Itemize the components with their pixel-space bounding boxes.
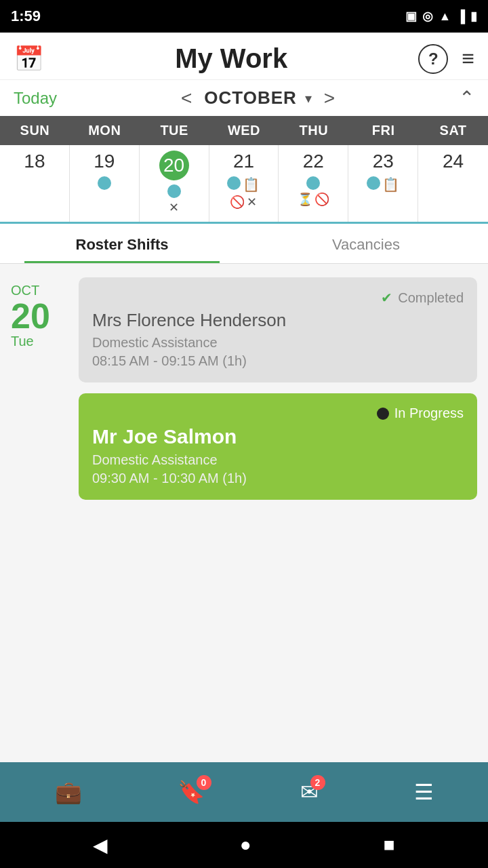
month-label: OCTOBER [204, 87, 297, 108]
collapse-calendar-button[interactable]: ⌃ [459, 87, 474, 109]
checkmark-icon: ✔ [381, 290, 392, 306]
block-icon: 🚫 [314, 192, 329, 207]
calendar-day-24[interactable]: 24 [418, 145, 488, 222]
bottom-navigation: 💼 🔖 0 ✉ 2 ☰ [0, 762, 488, 822]
status-bar-right: ▣ ◎ ▲ ▐ ▮ [405, 9, 477, 24]
shift-time-range-1: 09:30 AM - 10:30 AM (1h) [92, 471, 464, 486]
shift-service-type-1: Domestic Assistance [92, 452, 464, 468]
calendar-day-22[interactable]: 22 ⏳ 🚫 [279, 145, 348, 222]
day-number-22: 22 [303, 151, 324, 172]
day-number-24: 24 [443, 151, 464, 172]
battery-icon: ▮ [470, 9, 477, 24]
day-22-indicators [306, 176, 320, 190]
calendar-day-23[interactable]: 23 📋 [348, 145, 418, 222]
help-icon[interactable]: ? [418, 44, 448, 74]
messages-badge: 2 [310, 775, 325, 790]
calendar-day-18[interactable]: 18 [0, 145, 70, 222]
weekday-sun: SUN [0, 116, 70, 145]
next-month-button[interactable]: > [320, 87, 339, 109]
day-number-20-today: 20 [159, 151, 189, 180]
shift-client-name-0: Mrs Florence Henderson [92, 310, 464, 331]
shifts-section: OCT 20 Tue ✔ Completed Mrs Florence Hend… [0, 264, 488, 762]
weekday-mon: MON [70, 116, 140, 145]
month-navigation: Today < OCTOBER ▾ > ⌃ [0, 80, 488, 116]
x-icon: ✕ [247, 195, 257, 210]
dot-teal-icon [306, 176, 320, 190]
shift-client-name-1: Mr Joe Salmon [92, 425, 464, 448]
shift-date-day: 20 [11, 298, 50, 334]
nav-item-work[interactable]: 💼 [55, 779, 82, 805]
tab-roster-shifts[interactable]: Roster Shifts [0, 224, 244, 263]
weekday-thu: THU [279, 116, 348, 145]
filter-icon[interactable]: ≡ [462, 46, 474, 71]
dot-teal-icon [98, 176, 111, 190]
dot-teal-icon [227, 176, 241, 190]
calendar-week: 18 19 20 ✕ 21 📋 🚫 ✕ 22 [0, 145, 488, 224]
shift-cards-list: ✔ Completed Mrs Florence Henderson Domes… [79, 277, 477, 749]
clipboard-icon: 📋 [243, 176, 260, 193]
time-display: 1:59 [11, 7, 41, 25]
dot-teal-icon [367, 176, 380, 190]
calendar-day-20[interactable]: 20 ✕ [140, 145, 209, 222]
x-icon: ✕ [169, 200, 179, 215]
day-21-row2: 🚫 ✕ [230, 195, 257, 210]
dot-teal-icon [167, 184, 181, 198]
day-20-indicators [167, 184, 181, 198]
shift-service-type-0: Domestic Assistance [92, 335, 464, 351]
shift-status-inprogress: In Progress [92, 406, 464, 421]
status-dot-icon [377, 408, 389, 420]
weekday-wed: WED [209, 116, 279, 145]
status-label-completed: Completed [398, 290, 464, 306]
calendar-day-19[interactable]: 19 [70, 145, 140, 222]
month-selector: < OCTOBER ▾ > [177, 87, 339, 109]
status-label-inprogress: In Progress [394, 406, 464, 421]
day-number-18: 18 [24, 151, 45, 172]
shift-status-completed: ✔ Completed [92, 290, 464, 306]
status-bar: 1:59 ▣ ◎ ▲ ▐ ▮ [0, 0, 488, 33]
calendar-icon[interactable]: 📅 [14, 45, 44, 73]
month-dropdown-icon[interactable]: ▾ [305, 90, 312, 106]
clipboard-icon: 📋 [382, 176, 399, 193]
weekday-sat: SAT [418, 116, 488, 145]
shift-card-inprogress[interactable]: In Progress Mr Joe Salmon Domestic Assis… [79, 393, 477, 500]
day-21-indicators: 📋 [227, 176, 260, 193]
day-22-row2: ⏳ 🚫 [298, 192, 329, 207]
tab-vacancies[interactable]: Vacancies [244, 224, 488, 263]
day-number-19: 19 [94, 151, 115, 172]
weekday-tue: TUE [140, 116, 209, 145]
app-header: 📅 My Work ? ≡ [0, 33, 488, 80]
day-number-23: 23 [373, 151, 394, 172]
day-23-indicators: 📋 [367, 176, 399, 193]
block-icon: 🚫 [230, 195, 245, 210]
page-title: My Work [175, 43, 287, 74]
nav-item-menu[interactable]: ☰ [414, 779, 434, 805]
day-number-21: 21 [233, 151, 254, 172]
shift-date-weekday: Tue [11, 334, 34, 349]
shift-card-completed[interactable]: ✔ Completed Mrs Florence Henderson Domes… [79, 277, 477, 382]
android-home-button[interactable]: ● [240, 834, 251, 856]
today-button[interactable]: Today [14, 89, 57, 108]
notification-icon: ◎ [422, 9, 433, 24]
shift-date-label: OCT 20 Tue [11, 277, 79, 749]
android-recent-button[interactable]: ■ [384, 834, 395, 856]
wifi-icon: ▲ [439, 9, 451, 24]
content-tabs: Roster Shifts Vacancies [0, 224, 488, 264]
header-actions: ? ≡ [418, 44, 474, 74]
weekday-fri: FRI [348, 116, 418, 145]
nav-item-bookmarks[interactable]: 🔖 0 [178, 779, 205, 805]
nav-item-messages[interactable]: ✉ 2 [300, 779, 319, 805]
weekdays-header: SUN MON TUE WED THU FRI SAT [0, 116, 488, 145]
briefcase-icon: 💼 [55, 779, 82, 805]
android-back-button[interactable]: ◀ [93, 834, 108, 856]
hourglass-icon: ⏳ [298, 192, 312, 207]
day-19-indicators [98, 176, 111, 190]
signal-icon: ▐ [456, 9, 465, 24]
sim-icon: ▣ [405, 9, 417, 24]
calendar-day-21[interactable]: 21 📋 🚫 ✕ [209, 145, 279, 222]
day-20-row2: ✕ [169, 200, 179, 215]
android-navigation-bar: ◀ ● ■ [0, 822, 488, 868]
menu-icon: ☰ [414, 779, 434, 805]
prev-month-button[interactable]: < [177, 87, 196, 109]
bookmark-badge: 0 [197, 775, 211, 790]
shift-time-range-0: 08:15 AM - 09:15 AM (1h) [92, 353, 464, 369]
